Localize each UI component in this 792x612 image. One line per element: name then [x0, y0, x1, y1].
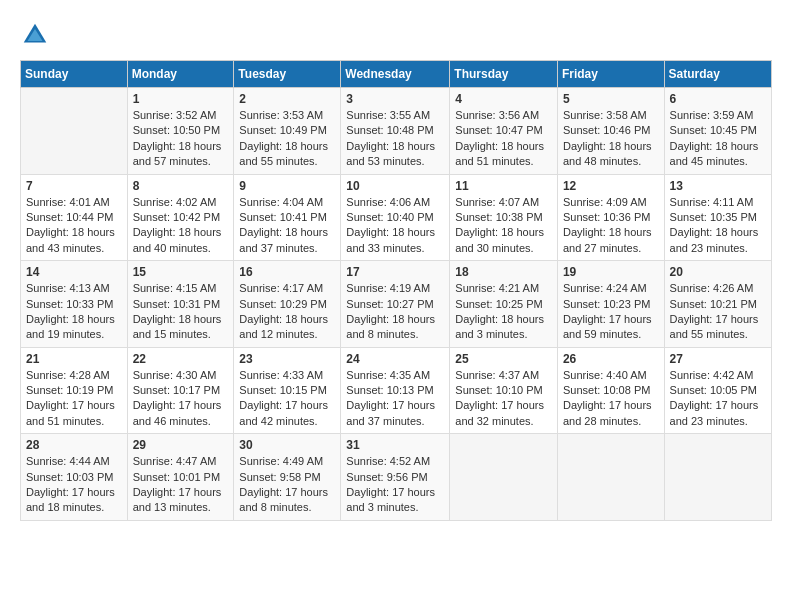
sunrise-text: Sunrise: 4:07 AM	[455, 195, 552, 210]
sunset-text: Sunset: 10:41 PM	[239, 210, 335, 225]
sunset-text: Sunset: 10:40 PM	[346, 210, 444, 225]
sunset-text: Sunset: 10:45 PM	[670, 123, 766, 138]
day-number: 15	[133, 265, 229, 279]
daylight-text: Daylight: 18 hours and 45 minutes.	[670, 139, 766, 170]
header-day: Tuesday	[234, 61, 341, 88]
daylight-text: Daylight: 18 hours and 27 minutes.	[563, 225, 659, 256]
calendar-cell: 23Sunrise: 4:33 AMSunset: 10:15 PMDaylig…	[234, 347, 341, 434]
sunset-text: Sunset: 10:27 PM	[346, 297, 444, 312]
header-day: Friday	[557, 61, 664, 88]
calendar-cell: 6Sunrise: 3:59 AMSunset: 10:45 PMDayligh…	[664, 88, 771, 175]
sunset-text: Sunset: 10:23 PM	[563, 297, 659, 312]
daylight-text: Daylight: 18 hours and 15 minutes.	[133, 312, 229, 343]
sunrise-text: Sunrise: 4:26 AM	[670, 281, 766, 296]
daylight-text: Daylight: 18 hours and 51 minutes.	[455, 139, 552, 170]
day-number: 1	[133, 92, 229, 106]
sunrise-text: Sunrise: 4:13 AM	[26, 281, 122, 296]
calendar-cell: 5Sunrise: 3:58 AMSunset: 10:46 PMDayligh…	[557, 88, 664, 175]
sunset-text: Sunset: 10:17 PM	[133, 383, 229, 398]
day-number: 28	[26, 438, 122, 452]
daylight-text: Daylight: 18 hours and 37 minutes.	[239, 225, 335, 256]
calendar-cell: 10Sunrise: 4:06 AMSunset: 10:40 PMDaylig…	[341, 174, 450, 261]
calendar-table: SundayMondayTuesdayWednesdayThursdayFrid…	[20, 60, 772, 521]
daylight-text: Daylight: 18 hours and 40 minutes.	[133, 225, 229, 256]
sunrise-text: Sunrise: 4:44 AM	[26, 454, 122, 469]
calendar-cell: 13Sunrise: 4:11 AMSunset: 10:35 PMDaylig…	[664, 174, 771, 261]
calendar-cell: 27Sunrise: 4:42 AMSunset: 10:05 PMDaylig…	[664, 347, 771, 434]
sunset-text: Sunset: 10:05 PM	[670, 383, 766, 398]
calendar-cell	[664, 434, 771, 521]
sunset-text: Sunset: 10:19 PM	[26, 383, 122, 398]
sunset-text: Sunset: 10:38 PM	[455, 210, 552, 225]
calendar-cell: 26Sunrise: 4:40 AMSunset: 10:08 PMDaylig…	[557, 347, 664, 434]
daylight-text: Daylight: 17 hours and 3 minutes.	[346, 485, 444, 516]
daylight-text: Daylight: 18 hours and 3 minutes.	[455, 312, 552, 343]
sunrise-text: Sunrise: 4:52 AM	[346, 454, 444, 469]
sunset-text: Sunset: 10:10 PM	[455, 383, 552, 398]
sunrise-text: Sunrise: 4:02 AM	[133, 195, 229, 210]
daylight-text: Daylight: 17 hours and 18 minutes.	[26, 485, 122, 516]
header-day: Sunday	[21, 61, 128, 88]
sunset-text: Sunset: 10:48 PM	[346, 123, 444, 138]
calendar-cell: 16Sunrise: 4:17 AMSunset: 10:29 PMDaylig…	[234, 261, 341, 348]
daylight-text: Daylight: 18 hours and 53 minutes.	[346, 139, 444, 170]
calendar-week-row: 1Sunrise: 3:52 AMSunset: 10:50 PMDayligh…	[21, 88, 772, 175]
sunrise-text: Sunrise: 4:24 AM	[563, 281, 659, 296]
calendar-cell: 11Sunrise: 4:07 AMSunset: 10:38 PMDaylig…	[450, 174, 558, 261]
calendar-cell: 2Sunrise: 3:53 AMSunset: 10:49 PMDayligh…	[234, 88, 341, 175]
day-number: 20	[670, 265, 766, 279]
calendar-cell	[450, 434, 558, 521]
day-number: 27	[670, 352, 766, 366]
sunset-text: Sunset: 10:42 PM	[133, 210, 229, 225]
sunrise-text: Sunrise: 4:01 AM	[26, 195, 122, 210]
sunrise-text: Sunrise: 4:28 AM	[26, 368, 122, 383]
day-number: 12	[563, 179, 659, 193]
daylight-text: Daylight: 17 hours and 32 minutes.	[455, 398, 552, 429]
daylight-text: Daylight: 18 hours and 19 minutes.	[26, 312, 122, 343]
calendar-cell	[557, 434, 664, 521]
daylight-text: Daylight: 17 hours and 8 minutes.	[239, 485, 335, 516]
calendar-week-row: 21Sunrise: 4:28 AMSunset: 10:19 PMDaylig…	[21, 347, 772, 434]
sunset-text: Sunset: 9:56 PM	[346, 470, 444, 485]
sunrise-text: Sunrise: 4:47 AM	[133, 454, 229, 469]
day-number: 24	[346, 352, 444, 366]
day-number: 14	[26, 265, 122, 279]
sunrise-text: Sunrise: 4:30 AM	[133, 368, 229, 383]
calendar-cell: 15Sunrise: 4:15 AMSunset: 10:31 PMDaylig…	[127, 261, 234, 348]
calendar-cell: 8Sunrise: 4:02 AMSunset: 10:42 PMDayligh…	[127, 174, 234, 261]
day-number: 13	[670, 179, 766, 193]
calendar-cell	[21, 88, 128, 175]
daylight-text: Daylight: 17 hours and 51 minutes.	[26, 398, 122, 429]
sunrise-text: Sunrise: 4:49 AM	[239, 454, 335, 469]
day-number: 8	[133, 179, 229, 193]
daylight-text: Daylight: 17 hours and 59 minutes.	[563, 312, 659, 343]
header-day: Monday	[127, 61, 234, 88]
day-number: 21	[26, 352, 122, 366]
sunrise-text: Sunrise: 4:06 AM	[346, 195, 444, 210]
sunrise-text: Sunrise: 4:33 AM	[239, 368, 335, 383]
daylight-text: Daylight: 18 hours and 12 minutes.	[239, 312, 335, 343]
calendar-cell: 21Sunrise: 4:28 AMSunset: 10:19 PMDaylig…	[21, 347, 128, 434]
sunset-text: Sunset: 10:35 PM	[670, 210, 766, 225]
sunset-text: Sunset: 10:21 PM	[670, 297, 766, 312]
calendar-cell: 20Sunrise: 4:26 AMSunset: 10:21 PMDaylig…	[664, 261, 771, 348]
sunrise-text: Sunrise: 4:04 AM	[239, 195, 335, 210]
day-number: 3	[346, 92, 444, 106]
daylight-text: Daylight: 17 hours and 28 minutes.	[563, 398, 659, 429]
header-row: SundayMondayTuesdayWednesdayThursdayFrid…	[21, 61, 772, 88]
page-header	[20, 20, 772, 50]
header-day: Thursday	[450, 61, 558, 88]
calendar-cell: 24Sunrise: 4:35 AMSunset: 10:13 PMDaylig…	[341, 347, 450, 434]
day-number: 18	[455, 265, 552, 279]
sunrise-text: Sunrise: 4:11 AM	[670, 195, 766, 210]
calendar-cell: 28Sunrise: 4:44 AMSunset: 10:03 PMDaylig…	[21, 434, 128, 521]
sunset-text: Sunset: 10:01 PM	[133, 470, 229, 485]
daylight-text: Daylight: 18 hours and 23 minutes.	[670, 225, 766, 256]
day-number: 23	[239, 352, 335, 366]
header-day: Saturday	[664, 61, 771, 88]
daylight-text: Daylight: 18 hours and 8 minutes.	[346, 312, 444, 343]
daylight-text: Daylight: 18 hours and 57 minutes.	[133, 139, 229, 170]
sunrise-text: Sunrise: 3:53 AM	[239, 108, 335, 123]
calendar-cell: 12Sunrise: 4:09 AMSunset: 10:36 PMDaylig…	[557, 174, 664, 261]
day-number: 22	[133, 352, 229, 366]
